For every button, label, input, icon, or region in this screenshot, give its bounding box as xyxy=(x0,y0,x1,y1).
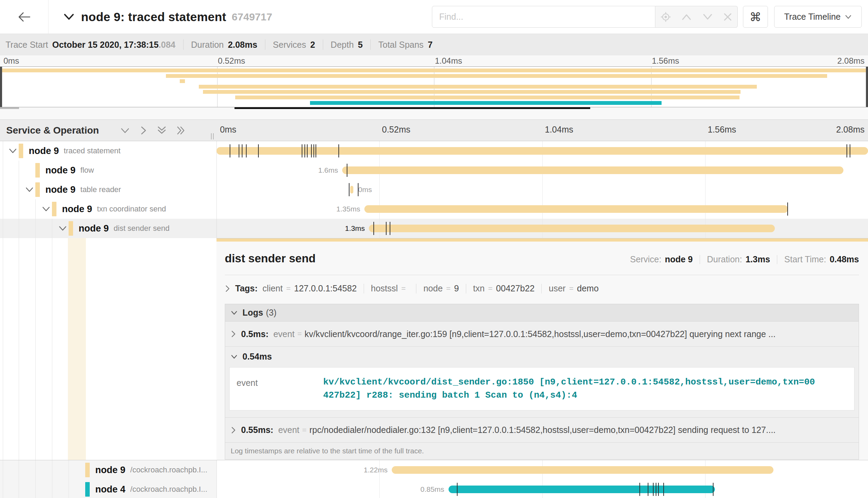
minimap-span-bar xyxy=(310,101,662,105)
collapse-all-icon[interactable] xyxy=(157,126,167,135)
log-marker-tick xyxy=(386,222,387,235)
next-match-icon[interactable] xyxy=(702,13,713,21)
tag-item: hostssl= xyxy=(371,283,409,293)
view-selector-dropdown[interactable]: Trace Timeline xyxy=(774,6,862,28)
log-marker-tick xyxy=(338,144,339,157)
indent-guide xyxy=(3,141,3,161)
span-name-cell[interactable]: node 9dist sender send xyxy=(0,219,216,238)
span-name-cell[interactable]: node 9flow xyxy=(0,161,216,180)
chevron-down-icon xyxy=(63,12,75,21)
span-duration-bar[interactable] xyxy=(342,166,843,174)
service-color-strip xyxy=(85,463,90,477)
log-marker-tick xyxy=(850,144,850,157)
indent-guide xyxy=(3,161,3,180)
span-track[interactable]: 1.6ms xyxy=(216,161,868,180)
indent-guide xyxy=(35,238,36,460)
back-button[interactable] xyxy=(0,0,48,34)
expand-one-icon[interactable] xyxy=(139,126,148,135)
find-input[interactable] xyxy=(432,6,655,28)
row-expander[interactable] xyxy=(40,206,52,212)
span-track[interactable]: 1.3ms xyxy=(216,219,868,238)
summary-item: Services2 xyxy=(273,40,315,50)
span-track[interactable]: 0.85ms xyxy=(216,480,868,498)
tag-item: client=127.0.0.1:54582 xyxy=(263,283,357,293)
separator xyxy=(364,284,364,293)
span-duration-bar[interactable] xyxy=(350,186,353,193)
minimap-selected-range[interactable] xyxy=(234,107,590,109)
row-expander[interactable] xyxy=(24,186,35,193)
logs-count: (3) xyxy=(266,308,277,318)
span-row[interactable]: node 9txn coordinator send1.35ms xyxy=(0,199,868,219)
separator xyxy=(466,284,466,293)
top-bar: node 9: traced statement 6749717 ⌘ Trace… xyxy=(0,0,868,34)
span-row[interactable]: node 9flow1.6ms xyxy=(0,161,868,180)
span-name-cell[interactable]: node 9txn coordinator send xyxy=(0,199,216,219)
span-duration-label: 0ms xyxy=(358,185,372,194)
tags-row[interactable]: Tags: client=127.0.0.1:54582hostssl=node… xyxy=(225,283,859,293)
indent-guide xyxy=(3,180,3,199)
prev-match-icon[interactable] xyxy=(681,13,692,21)
span-duration-label: 0.85ms xyxy=(420,485,444,494)
minimap-scrubber[interactable] xyxy=(0,107,868,109)
column-resize-grip[interactable] xyxy=(211,133,214,139)
log-entry-3[interactable]: 0.55ms: event = rpc/nodedialer/nodediale… xyxy=(225,417,859,442)
log-marker-tick xyxy=(258,144,259,157)
chevron-down-icon xyxy=(231,354,238,360)
log-marker-tick xyxy=(656,483,656,496)
span-row[interactable]: node 9table reader0ms xyxy=(0,180,868,199)
row-expander[interactable] xyxy=(57,225,69,232)
span-duration-bar[interactable] xyxy=(364,205,788,213)
log-entry-2-header[interactable]: 0.54ms xyxy=(225,346,859,366)
service-name: node 9 xyxy=(45,165,76,176)
service-name: node 9 xyxy=(29,146,59,156)
logs-header[interactable]: Logs (3) xyxy=(225,304,859,322)
trace-minimap: 0ms0.52ms1.04ms1.56ms2.08ms xyxy=(0,55,868,119)
minimap-span-bar xyxy=(166,74,827,78)
span-duration-bar[interactable] xyxy=(369,225,775,232)
service-name: node 9 xyxy=(45,184,76,195)
span-row[interactable]: node 9dist sender send1.3ms xyxy=(0,219,868,238)
span-track[interactable]: 1.35ms xyxy=(216,199,868,219)
service-name: node 9 xyxy=(62,204,92,215)
span-name-cell[interactable]: node 4/cockroach.roachpb.I... xyxy=(0,480,216,498)
collapse-one-icon[interactable] xyxy=(120,126,130,135)
indent-guide xyxy=(35,480,36,498)
row-expander[interactable] xyxy=(7,147,19,154)
span-name-cell[interactable]: node 9table reader xyxy=(0,180,216,199)
span-duration-bar[interactable] xyxy=(392,466,773,474)
span-track[interactable] xyxy=(216,141,868,161)
log-marker-tick xyxy=(639,483,640,496)
span-row[interactable]: node 9/cockroach.roachpb.I...1.22ms xyxy=(0,460,868,480)
trace-title-group: node 9: traced statement 6749717 xyxy=(63,10,272,24)
span-track[interactable]: 1.22ms xyxy=(216,460,868,480)
log-entry-1[interactable]: 0.5ms: event = kv/kvclient/kvcoord/range… xyxy=(225,322,859,346)
minimap-span-bar xyxy=(235,96,739,99)
indent-guide xyxy=(35,199,36,219)
log-marker-tick xyxy=(390,222,390,235)
view-selector-label: Trace Timeline xyxy=(784,12,841,22)
minimap-span-bar xyxy=(180,79,185,83)
focus-target-icon[interactable] xyxy=(661,12,671,22)
span-track[interactable]: 0ms xyxy=(216,180,868,199)
expand-all-icon[interactable] xyxy=(176,126,186,135)
trace-collapse-toggle[interactable] xyxy=(63,12,75,21)
log-marker-tick xyxy=(787,202,788,216)
minimap-axis-labels: 0ms0.52ms1.04ms1.56ms2.08ms xyxy=(0,55,868,66)
keyboard-shortcuts-button[interactable]: ⌘ xyxy=(743,6,768,28)
service-name: node 9 xyxy=(79,223,109,234)
span-rows-above: node 9traced statementnode 9flow1.6msnod… xyxy=(0,141,868,238)
indent-guide xyxy=(3,238,3,460)
span-name-cell[interactable]: node 9traced statement xyxy=(0,141,216,161)
minimap-left-scrubber[interactable] xyxy=(0,67,2,107)
clear-search-icon[interactable] xyxy=(723,12,732,21)
minimap-canvas[interactable] xyxy=(0,66,868,107)
span-duration-label: 1.3ms xyxy=(345,224,365,233)
minimap-right-scrubber[interactable] xyxy=(866,67,868,107)
indent-guide xyxy=(19,238,19,460)
timeline-gridline xyxy=(216,199,217,219)
span-row[interactable]: node 9traced statement xyxy=(0,141,868,161)
span-name-cell[interactable]: node 9/cockroach.roachpb.I... xyxy=(0,460,216,480)
indent-guide xyxy=(19,219,19,238)
span-duration-bar[interactable] xyxy=(449,486,715,493)
span-row[interactable]: node 4/cockroach.roachpb.I...0.85ms xyxy=(0,480,868,498)
